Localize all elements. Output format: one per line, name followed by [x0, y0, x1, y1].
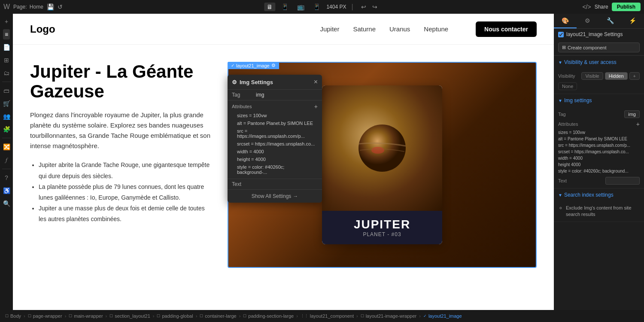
element-label: ✓ layout21_image ⚙ — [228, 62, 279, 69]
redo-btn[interactable]: ↪ — [370, 3, 380, 11]
save-icon[interactable]: 💾 — [47, 3, 54, 10]
breadcrumb-padding-global[interactable]: ☐ padding-global — [155, 313, 194, 319]
breadcrumb-image-wrapper[interactable]: ☐ layout21-image-wrapper — [359, 313, 419, 319]
breadcrumb-body[interactable]: ☐ Body — [3, 313, 23, 319]
modal-tag-value: img — [256, 92, 264, 98]
modal-gear-icon: ⚙ — [232, 79, 237, 85]
img-settings-header[interactable]: ▼ Img settings — [554, 94, 644, 107]
webflow-logo[interactable]: W — [3, 3, 10, 11]
landscape-view-btn[interactable]: 📺 — [295, 3, 307, 11]
create-component-button[interactable]: ⊞ Create component — [558, 43, 640, 52]
nav-item-jupiter[interactable]: Jupiter — [320, 25, 339, 33]
code-icon[interactable]: </> — [582, 3, 591, 10]
right-sidebar-tabs: 🎨 ⚙ 🔧 ⚡ — [554, 14, 644, 29]
logic-icon[interactable]: 🔀 — [1, 142, 12, 152]
attr-list: sizes = 100vw alt = Pantone Planet.by SI… — [558, 129, 640, 174]
visibility-chevron: ▼ — [558, 60, 562, 65]
search-index-section: ▼ Search index settings ⚬ Exclude Img's … — [554, 188, 644, 222]
visible-button[interactable]: Visible — [581, 72, 603, 80]
modal-close-button[interactable]: × — [314, 78, 318, 86]
none-button[interactable]: None — [558, 82, 577, 90]
history-icon[interactable]: ↺ — [58, 3, 63, 10]
img-settings-section: ▼ Img settings Tag img Attributes + size… — [554, 94, 644, 188]
show-all-settings-button[interactable]: Show All Settings → — [252, 193, 298, 199]
site-description: Plongez dans l'incroyable royaume de Jup… — [30, 110, 210, 151]
apps-icon[interactable]: 🧩 — [1, 124, 12, 134]
sidebar-separator-3 — [2, 169, 11, 169]
img-settings-header-label: Img settings — [564, 97, 592, 103]
breadcrumb-layout21-component[interactable]: ⋮⋮ layout21_component — [299, 313, 355, 319]
lightning-tab[interactable]: ⚡ — [622, 14, 644, 28]
help-icon[interactable]: ? — [3, 173, 10, 183]
visibility-section: ▼ Visibility & user access Visibility Vi… — [554, 56, 644, 94]
undo-redo-group: ↩ ↪ — [358, 3, 380, 11]
rs-attr-alt: alt = Pantone Planet.by SIMON LEE — [558, 136, 640, 142]
interactions-tab[interactable]: 🔧 — [599, 14, 622, 28]
breadcrumb-main-wrapper[interactable]: ☐ main-wrapper — [67, 313, 104, 319]
rs-attr-width: width = 4000 — [558, 155, 640, 161]
cms-icon[interactable]: 🗃 — [2, 85, 11, 96]
tablet-view-btn[interactable]: 📱 — [279, 3, 291, 11]
visibility-label: Visibility — [558, 73, 575, 79]
jupiter-card: JUPITER PLANET - #03 — [322, 85, 442, 244]
none-option-row: None — [558, 82, 640, 90]
breadcrumb-page-wrapper[interactable]: ☐ page-wrapper — [26, 313, 64, 319]
undo-btn[interactable]: ↩ — [358, 3, 369, 11]
element-gear-icon[interactable]: ⚙ — [271, 63, 276, 68]
nav-item-uranus[interactable]: Uranus — [389, 25, 410, 33]
assets-icon[interactable]: 🗂 — [2, 68, 11, 78]
add-attribute-sidebar-button[interactable]: + — [636, 121, 640, 128]
site-bullets: Jupiter abrite la Grande Tache Rouge, un… — [30, 160, 210, 225]
add-attribute-button[interactable]: + — [314, 103, 318, 110]
component-label: layout21_image Settings — [566, 31, 623, 37]
breadcrumb-main-wrapper-icon: ☐ — [69, 314, 72, 318]
nav-item-saturne[interactable]: Saturne — [353, 25, 376, 33]
variables-icon[interactable]: 𝑓 — [4, 155, 9, 165]
text-input[interactable] — [605, 177, 640, 185]
ecommerce-icon[interactable]: 🛒 — [1, 98, 12, 109]
users-icon[interactable]: 👥 — [1, 111, 12, 122]
add-visibility-button[interactable]: + — [629, 72, 640, 80]
breadcrumb-container-large[interactable]: ☐ container-large — [198, 313, 238, 319]
site-cta-button[interactable]: Nous contacter — [476, 21, 537, 37]
mobile-view-btn[interactable]: 📱 — [310, 3, 323, 11]
pages-icon[interactable]: 📄 — [1, 42, 12, 52]
desktop-view-btn[interactable]: 🖥 — [264, 3, 275, 11]
search-index-header[interactable]: ▼ Search index settings — [554, 188, 644, 201]
breadcrumb-body-label: Body — [10, 313, 21, 319]
rs-attr-sizes: sizes = 100vw — [558, 129, 640, 136]
create-component-icon: ⊞ — [562, 45, 566, 50]
jupiter-card-text: JUPITER PLANET - #03 — [322, 211, 442, 244]
site-navbar: Logo Jupiter Saturne Uranus Neptune Nous… — [13, 14, 554, 45]
share-button[interactable]: Share — [595, 4, 608, 10]
attr-height: height = 4000 — [232, 155, 318, 163]
breadcrumb-section-layout21[interactable]: ☐ section_layout21 — [108, 313, 152, 319]
publish-button[interactable]: Publish — [612, 3, 641, 11]
attr-src: src = https://images.unsplash.com/p... — [232, 127, 318, 140]
add-panel-icon[interactable]: + — [3, 16, 10, 27]
search-toggle-icon[interactable]: ⚬ — [558, 205, 563, 212]
component-label-row: layout21_image Settings — [554, 29, 644, 40]
site-text-block: Jupiter - La Géante Gazeuse Plongez dans… — [30, 62, 210, 293]
components-icon[interactable]: ⊞ — [2, 55, 11, 65]
breadcrumb-bar: ☐ Body › ☐ page-wrapper › ☐ main-wrapper… — [0, 310, 644, 322]
visibility-options: Visible Hidden + — [581, 72, 640, 80]
breadcrumb-page-wrapper-icon: ☐ — [28, 314, 31, 318]
hidden-button[interactable]: Hidden — [605, 72, 628, 80]
site-frame: Logo Jupiter Saturne Uranus Neptune Nous… — [13, 14, 554, 310]
breadcrumb-layout21-image[interactable]: ✓ layout21_image — [422, 313, 464, 319]
modal-attributes-header: Attributes + — [232, 103, 318, 110]
attr-style: style = color: #40260c; background-... — [232, 163, 318, 176]
settings-tab[interactable]: ⚙ — [577, 14, 599, 28]
breadcrumb-padding-section-large[interactable]: ☐ padding-section-large — [241, 313, 295, 319]
style-tab[interactable]: 🎨 — [554, 14, 577, 28]
search-icon[interactable]: 🔍 — [1, 198, 12, 209]
visibility-header[interactable]: ▼ Visibility & user access — [554, 56, 644, 69]
modal-header: ⚙ Img Settings × — [228, 75, 322, 90]
accessibility-icon[interactable]: ♿ — [1, 185, 12, 196]
navigator-icon[interactable]: ≡ — [3, 29, 10, 39]
sidebar-separator-2 — [2, 138, 11, 138]
site-preview[interactable]: Logo Jupiter Saturne Uranus Neptune Nous… — [13, 14, 554, 310]
nav-item-neptune[interactable]: Neptune — [424, 25, 448, 33]
component-checkbox[interactable] — [558, 32, 564, 37]
